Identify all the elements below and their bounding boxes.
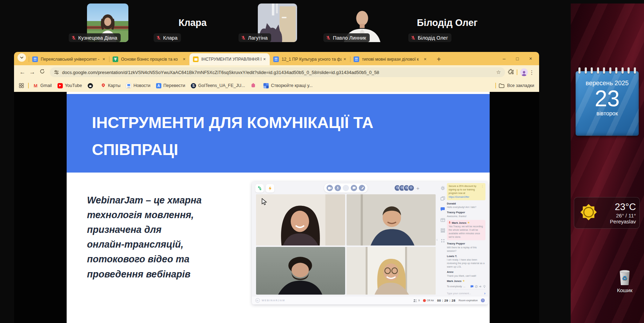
bulb-icon	[483, 285, 485, 288]
recipient-more: ...	[463, 285, 465, 288]
extensions-icon[interactable]	[508, 69, 514, 76]
chat-author: Donald	[447, 202, 456, 205]
weather-temperature: 23°C	[601, 202, 636, 213]
chat-text: Hello everybody! Am I late?	[447, 206, 485, 209]
chat-banner: Secure a 25% discount by signing up to o…	[447, 183, 485, 200]
browser-tab[interactable]: 12_1 ПР Культура усного та фа ×	[270, 53, 350, 65]
star-icon: ★	[463, 280, 465, 282]
grid-icon	[441, 238, 445, 243]
banner-link: https://DomainOffer	[449, 196, 469, 198]
recycle-bin-icon[interactable]: ♻ Кошик	[611, 269, 638, 293]
chat-author: Mark Jones	[452, 221, 467, 224]
chat-message: Mark Jones ★ Yes Tracey, we will be reco…	[447, 220, 485, 241]
bookmark-item[interactable]: Створюйте кращі у...	[263, 83, 313, 88]
recycle-bin-label: Кошик	[611, 287, 638, 293]
participant-tile[interactable]: Кузнецова Діана Кузнецова Діана	[65, 4, 150, 42]
chat-recipient-row: To everybody ...	[447, 283, 485, 289]
bookmark-label: YouTube	[65, 83, 82, 88]
participant-tile[interactable]: Павло Линник Павло Линник	[320, 4, 405, 42]
minimize-button[interactable]: –	[503, 56, 505, 61]
browser-menu-icon[interactable]: ⋮	[528, 69, 536, 76]
trash-icon: ♻	[618, 269, 632, 286]
screen: вересень 2025 23 вівторок 23°C 26° / 11°…	[0, 0, 644, 323]
tab-close-icon[interactable]: ×	[342, 56, 348, 62]
calendar-weekday: вівторок	[576, 110, 639, 117]
chat-author: Mark Jones	[447, 280, 462, 283]
bookmark-item[interactable]: Gmail	[33, 83, 52, 88]
chat-input: Type your comment... ›	[447, 289, 485, 296]
tab-close-icon[interactable]: ×	[101, 56, 107, 62]
bookmark-item[interactable]	[250, 83, 258, 88]
tab-title: типові мовні вирази ділової к	[362, 57, 422, 62]
address-bar[interactable]: docs.google.com/presentation/d/1zkVSN4cN…	[50, 67, 505, 77]
muted-mic-icon	[411, 35, 416, 40]
participant-strip: Кузнецова Діана Кузнецова Діана	[65, 4, 490, 42]
webinarjam-brand: WEBINARJAM	[262, 299, 285, 302]
bookmark-item[interactable]: YouTube	[58, 83, 82, 88]
participant-name: Лагутіна	[248, 35, 268, 41]
chat-message: Lewis T. ★ I am ready. I have also been …	[447, 255, 485, 269]
participant-name: Павло Линник	[333, 35, 366, 41]
webinarjam-logo: w	[255, 298, 260, 303]
tab-close-icon[interactable]: ×	[181, 56, 187, 62]
muted-mic-icon	[71, 35, 76, 40]
new-tab-button[interactable]: +	[435, 55, 443, 63]
chat-author: Anne	[447, 270, 454, 274]
bookmark-item[interactable]: Новости	[126, 83, 150, 88]
participant-name: Кузнецова Діана	[78, 35, 117, 41]
weather-city: Pereyaslav	[601, 218, 636, 224]
bookmark-favicon	[191, 83, 196, 88]
tab-favicon	[113, 56, 118, 62]
browser-tab[interactable]: типові мовні вирази ділової к ×	[350, 53, 430, 65]
bookmark-label: GoITeens_UA_FE_JU...	[198, 83, 245, 88]
bookmark-label: Gmail	[40, 83, 52, 88]
chat-message: Tracey Pepper ★ Awesome, thanks!	[447, 211, 485, 218]
banner-menu-icon: ⋮	[481, 184, 484, 199]
back-button[interactable]: ←	[18, 69, 27, 76]
star-icon: ★	[468, 221, 470, 224]
participant-name-label: Павло Линник	[323, 33, 370, 42]
participant-tile[interactable]: Клара Клара	[150, 4, 235, 42]
bookmark-item[interactable]: Перевести	[156, 83, 185, 88]
tab-favicon	[32, 56, 38, 62]
calendar-widget: вересень 2025 23 вівторок	[576, 67, 639, 136]
webinarjam-screenshot: +	[252, 182, 488, 304]
chat-message: Anne ★ Thank you Mark, can't wait!	[447, 270, 485, 278]
chat-message: Donald ★ Hello everybody! Am I late?	[447, 202, 485, 209]
webinar-chat-panel: Secure a 25% discount by signing up to o…	[447, 183, 485, 296]
bookmark-item[interactable]	[88, 83, 95, 88]
reload-button[interactable]	[37, 69, 47, 76]
profile-avatar[interactable]	[520, 68, 528, 76]
chat-message: Mark Jones ★ We will start in a few minu…	[447, 280, 485, 283]
bookmark-favicon	[88, 83, 93, 88]
room-expiration-label: Room expiration	[458, 299, 478, 302]
sun-icon	[578, 201, 599, 224]
tab-close-icon[interactable]: ×	[422, 56, 428, 62]
bookmark-item[interactable]: GoITeens_UA_FE_JU...	[191, 83, 245, 88]
mouse-cursor	[262, 198, 267, 206]
settings-gear-icon	[441, 186, 445, 190]
desktop-wallpaper: вересень 2025 23 вівторок 23°C 26° / 11°…	[571, 4, 644, 323]
tab-close-icon[interactable]: ×	[261, 56, 268, 62]
chat-messages: Donald ★ Hello everybody! Am I late?	[447, 202, 485, 283]
site-info-icon[interactable]	[54, 70, 59, 75]
close-button[interactable]: ×	[529, 56, 532, 61]
tab-favicon	[193, 56, 199, 62]
browser-tab[interactable]: Переяславський університет - ×	[29, 53, 109, 65]
bookmark-label: Перевести	[163, 83, 185, 88]
forward-button[interactable]: →	[27, 69, 37, 76]
participant-tile[interactable]: Білодід Олег Білодід Олег	[405, 4, 490, 42]
apps-grid-icon[interactable]	[19, 83, 24, 88]
calendar-day: 23	[576, 87, 639, 110]
tab-search-button[interactable]	[18, 53, 26, 62]
maximize-button[interactable]: □	[516, 56, 519, 61]
bookmark-item[interactable]: Карты	[101, 83, 121, 88]
browser-tab[interactable]: ІНСТРУМЕНТИ УПРАВЛІННЯ П ×	[189, 53, 270, 65]
all-bookmarks-button[interactable]: Все закладки	[499, 83, 534, 88]
bookmark-star-icon[interactable]: ☆	[496, 69, 501, 75]
browser-tab[interactable]: Основи бізнес процесів та ко ×	[109, 53, 189, 65]
chat-icon	[440, 207, 445, 211]
webinar-video-tile	[256, 247, 345, 295]
participant-tile[interactable]: Лагутіна Лагутіна	[235, 4, 320, 42]
window-controls: – □ ×	[503, 56, 539, 61]
